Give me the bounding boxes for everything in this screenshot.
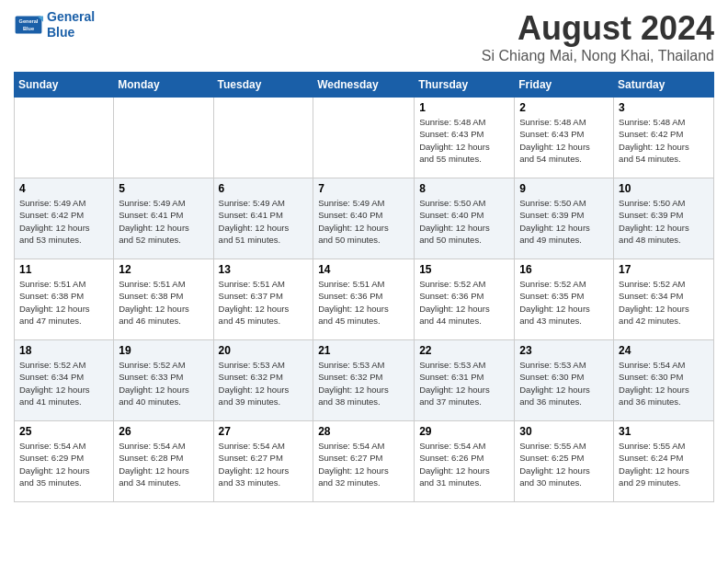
day-info: Sunrise: 5:54 AM Sunset: 6:27 PM Dayligh… [318,440,409,488]
day-info: Sunrise: 5:48 AM Sunset: 6:43 PM Dayligh… [419,116,509,165]
day-info: Sunrise: 5:53 AM Sunset: 6:31 PM Dayligh… [419,359,509,408]
calendar-cell [313,98,415,178]
calendar-cell: 1Sunrise: 5:48 AM Sunset: 6:43 PM Daylig… [415,98,515,178]
calendar-table: SundayMondayTuesdayWednesdayThursdayFrid… [14,72,714,502]
calendar-cell: 26Sunrise: 5:54 AM Sunset: 6:28 PM Dayli… [114,421,213,502]
calendar-cell [213,98,313,178]
day-number: 25 [19,425,108,438]
calendar-cell: 24Sunrise: 5:54 AM Sunset: 6:30 PM Dayli… [614,340,714,421]
day-number: 26 [119,425,208,438]
calendar-cell: 12Sunrise: 5:51 AM Sunset: 6:38 PM Dayli… [114,259,213,340]
day-info: Sunrise: 5:51 AM Sunset: 6:38 PM Dayligh… [119,278,208,327]
day-number: 4 [19,182,108,195]
day-info: Sunrise: 5:51 AM Sunset: 6:37 PM Dayligh… [219,278,309,327]
day-number: 22 [419,344,509,357]
calendar-cell: 31Sunrise: 5:55 AM Sunset: 6:24 PM Dayli… [614,421,714,502]
day-number: 30 [519,425,609,438]
calendar-cell: 15Sunrise: 5:52 AM Sunset: 6:36 PM Dayli… [415,259,515,340]
day-info: Sunrise: 5:48 AM Sunset: 6:43 PM Dayligh… [519,116,609,165]
day-number: 31 [619,425,709,438]
calendar-cell [15,98,114,178]
day-number: 10 [619,182,709,195]
day-number: 3 [619,101,709,114]
day-info: Sunrise: 5:49 AM Sunset: 6:40 PM Dayligh… [318,197,409,246]
logo-text: General Blue [47,9,95,40]
day-number: 11 [19,263,108,276]
calendar-cell: 19Sunrise: 5:52 AM Sunset: 6:33 PM Dayli… [114,340,213,421]
calendar-cell: 29Sunrise: 5:54 AM Sunset: 6:26 PM Dayli… [415,421,515,502]
day-number: 23 [519,344,609,357]
day-number: 16 [519,263,609,276]
calendar-cell: 22Sunrise: 5:53 AM Sunset: 6:31 PM Dayli… [415,340,515,421]
calendar-cell: 27Sunrise: 5:54 AM Sunset: 6:27 PM Dayli… [213,421,313,502]
day-info: Sunrise: 5:55 AM Sunset: 6:24 PM Dayligh… [619,440,709,488]
day-info: Sunrise: 5:48 AM Sunset: 6:42 PM Dayligh… [619,116,709,165]
day-info: Sunrise: 5:51 AM Sunset: 6:36 PM Dayligh… [318,278,409,327]
day-info: Sunrise: 5:54 AM Sunset: 6:29 PM Dayligh… [19,440,108,488]
day-number: 7 [318,182,409,195]
day-info: Sunrise: 5:53 AM Sunset: 6:32 PM Dayligh… [318,359,409,408]
calendar-cell [114,98,213,178]
day-number: 15 [419,263,509,276]
weekday-header-monday: Monday [114,73,213,98]
calendar-cell: 3Sunrise: 5:48 AM Sunset: 6:42 PM Daylig… [614,98,714,178]
calendar-cell: 9Sunrise: 5:50 AM Sunset: 6:39 PM Daylig… [515,178,614,259]
calendar-cell: 30Sunrise: 5:55 AM Sunset: 6:25 PM Dayli… [515,421,614,502]
calendar-cell: 21Sunrise: 5:53 AM Sunset: 6:32 PM Dayli… [313,340,415,421]
day-info: Sunrise: 5:50 AM Sunset: 6:40 PM Dayligh… [419,197,509,246]
weekday-header-sunday: Sunday [15,73,114,98]
day-info: Sunrise: 5:54 AM Sunset: 6:27 PM Dayligh… [219,440,309,488]
day-number: 5 [119,182,208,195]
day-info: Sunrise: 5:54 AM Sunset: 6:26 PM Dayligh… [419,440,509,488]
day-info: Sunrise: 5:52 AM Sunset: 6:33 PM Dayligh… [119,359,208,408]
day-number: 29 [419,425,509,438]
day-info: Sunrise: 5:53 AM Sunset: 6:32 PM Dayligh… [219,359,309,408]
day-number: 20 [219,344,309,357]
logo: General Blue General Blue [14,9,95,40]
day-info: Sunrise: 5:54 AM Sunset: 6:28 PM Dayligh… [119,440,208,488]
week-row-2: 4Sunrise: 5:49 AM Sunset: 6:42 PM Daylig… [15,178,714,259]
day-number: 13 [219,263,309,276]
day-info: Sunrise: 5:49 AM Sunset: 6:41 PM Dayligh… [119,197,208,246]
svg-text:Blue: Blue [23,25,34,30]
weekday-header-tuesday: Tuesday [213,73,313,98]
week-row-5: 25Sunrise: 5:54 AM Sunset: 6:29 PM Dayli… [15,421,714,502]
weekday-header-saturday: Saturday [614,73,714,98]
day-info: Sunrise: 5:50 AM Sunset: 6:39 PM Dayligh… [619,197,709,246]
day-number: 21 [318,344,409,357]
logo-icon: General Blue [14,10,43,40]
day-number: 14 [318,263,409,276]
calendar-cell: 23Sunrise: 5:53 AM Sunset: 6:30 PM Dayli… [515,340,614,421]
calendar-subtitle: Si Chiang Mai, Nong Khai, Thailand [482,48,714,64]
day-info: Sunrise: 5:49 AM Sunset: 6:42 PM Dayligh… [19,197,108,246]
day-number: 8 [419,182,509,195]
day-info: Sunrise: 5:54 AM Sunset: 6:30 PM Dayligh… [619,359,709,408]
calendar-cell: 18Sunrise: 5:52 AM Sunset: 6:34 PM Dayli… [15,340,114,421]
day-info: Sunrise: 5:52 AM Sunset: 6:35 PM Dayligh… [519,278,609,327]
week-row-1: 1Sunrise: 5:48 AM Sunset: 6:43 PM Daylig… [15,98,714,178]
calendar-cell: 13Sunrise: 5:51 AM Sunset: 6:37 PM Dayli… [213,259,313,340]
calendar-cell: 17Sunrise: 5:52 AM Sunset: 6:34 PM Dayli… [614,259,714,340]
day-number: 19 [119,344,208,357]
day-info: Sunrise: 5:52 AM Sunset: 6:34 PM Dayligh… [19,359,108,408]
day-number: 1 [419,101,509,114]
day-info: Sunrise: 5:52 AM Sunset: 6:34 PM Dayligh… [619,278,709,327]
calendar-cell: 8Sunrise: 5:50 AM Sunset: 6:40 PM Daylig… [415,178,515,259]
week-row-4: 18Sunrise: 5:52 AM Sunset: 6:34 PM Dayli… [15,340,714,421]
day-info: Sunrise: 5:52 AM Sunset: 6:36 PM Dayligh… [419,278,509,327]
calendar-title: August 2024 [482,9,714,48]
calendar-cell: 5Sunrise: 5:49 AM Sunset: 6:41 PM Daylig… [114,178,213,259]
day-number: 18 [19,344,108,357]
calendar-cell: 28Sunrise: 5:54 AM Sunset: 6:27 PM Dayli… [313,421,415,502]
weekday-header-row: SundayMondayTuesdayWednesdayThursdayFrid… [15,73,714,98]
weekday-header-friday: Friday [515,73,614,98]
calendar-cell: 25Sunrise: 5:54 AM Sunset: 6:29 PM Dayli… [15,421,114,502]
day-info: Sunrise: 5:49 AM Sunset: 6:41 PM Dayligh… [219,197,309,246]
day-info: Sunrise: 5:55 AM Sunset: 6:25 PM Dayligh… [519,440,609,488]
day-info: Sunrise: 5:50 AM Sunset: 6:39 PM Dayligh… [519,197,609,246]
day-number: 17 [619,263,709,276]
calendar-cell: 6Sunrise: 5:49 AM Sunset: 6:41 PM Daylig… [213,178,313,259]
weekday-header-wednesday: Wednesday [313,73,415,98]
calendar-cell: 14Sunrise: 5:51 AM Sunset: 6:36 PM Dayli… [313,259,415,340]
calendar-cell: 16Sunrise: 5:52 AM Sunset: 6:35 PM Dayli… [515,259,614,340]
